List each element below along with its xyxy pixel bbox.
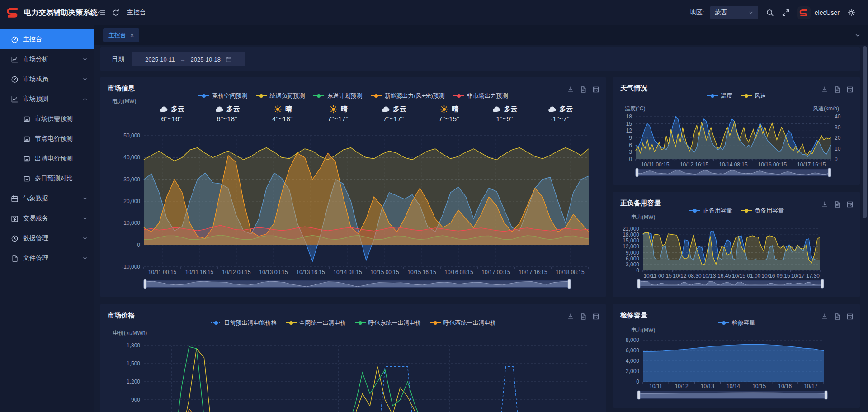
sidebar-item-multi-day-compare[interactable]: 多日预测对比: [0, 169, 94, 189]
cal-icon: [11, 195, 19, 203]
sidebar-item-market-forecast[interactable]: 市场预测: [0, 89, 94, 109]
legend-marker-icon: [707, 94, 718, 98]
legend-marker-icon: [210, 321, 222, 325]
calendar-icon: [226, 56, 232, 62]
file-icon: [11, 255, 19, 262]
legend-marker-icon: [453, 94, 465, 98]
gauge-icon: [11, 76, 19, 83]
line-icon: [11, 95, 19, 103]
svg-text:18,000: 18,000: [623, 232, 639, 238]
tabbar: 主控台 ×: [94, 25, 868, 45]
svg-text:10/15 00:15: 10/15 00:15: [370, 269, 399, 275]
refresh-icon[interactable]: [112, 9, 120, 17]
sidebar-item-label: 市场成员: [23, 75, 78, 83]
svg-text:2,000: 2,000: [626, 368, 639, 374]
legend-item[interactable]: 正备用容量: [689, 207, 732, 215]
search-icon[interactable]: [766, 9, 774, 17]
svg-text:-10,000: -10,000: [122, 264, 140, 270]
legend-item[interactable]: 检修容量: [718, 319, 755, 327]
sidebar-item-market-analysis[interactable]: 市场分析: [0, 49, 94, 69]
svg-text:10/16 08:15: 10/16 08:15: [444, 269, 473, 275]
chevron-down-icon: [82, 57, 88, 62]
legend-marker-icon: [354, 321, 366, 325]
legend-item[interactable]: 呼包东统一出清电价: [354, 319, 421, 327]
user-avatar[interactable]: [797, 6, 811, 19]
chevron-down-icon: [748, 10, 754, 15]
legend-item[interactable]: 新能源出力(风+光)预测: [370, 92, 444, 100]
weather-label: 晴: [341, 105, 348, 114]
svg-text:10/12 08:15: 10/12 08:15: [222, 269, 251, 275]
scrollbar-thumb[interactable]: [863, 46, 867, 218]
svg-text:12,000: 12,000: [623, 243, 639, 250]
tabbar-chevron-down-icon[interactable]: [854, 32, 861, 38]
legend-item[interactable]: 温度: [707, 92, 732, 100]
sidebar-item-data-mgmt[interactable]: 数据管理: [0, 228, 94, 248]
svg-text:30,000: 30,000: [123, 176, 140, 183]
svg-text:10: 10: [835, 146, 841, 152]
cloud-icon: [547, 105, 557, 114]
chart-legend: 日前预出清电能价格全网统一出清电价呼包东统一出清电价呼包西统一出清电价: [100, 319, 606, 327]
tab-close-icon[interactable]: ×: [130, 32, 134, 38]
svg-text:10/14: 10/14: [726, 383, 740, 389]
region-value: 蒙西: [715, 9, 727, 17]
sidebar-item-console[interactable]: 主控台: [0, 29, 94, 49]
weather-temp-range: -1°~7°: [550, 115, 569, 123]
svg-text:6,000: 6,000: [626, 347, 639, 354]
topbar: 电力交易辅助决策系统 主控台 地区: 蒙西 elecUser: [0, 0, 868, 25]
svg-text:10/12 16:15: 10/12 16:15: [680, 161, 709, 168]
legend-marker-icon: [429, 321, 441, 325]
sidebar-item-label: 出清电价预测: [35, 155, 94, 163]
legend-item[interactable]: 竞价空间预测: [198, 92, 247, 100]
svg-text:10/17 17:30: 10/17 17:30: [791, 273, 820, 279]
weather-day: 多云6°~16°: [144, 105, 199, 123]
sidebar-item-market-members[interactable]: 市场成员: [0, 69, 94, 89]
legend-item[interactable]: 全网统一出清电价: [285, 319, 346, 327]
bar-chart-icon: [24, 175, 30, 182]
sidebar-item-trade-service[interactable]: 交易服务: [0, 208, 94, 228]
yen-icon: [11, 215, 19, 223]
legend-item[interactable]: 统调负荷预测: [255, 92, 305, 100]
svg-text:30: 30: [835, 124, 841, 131]
settings-gear-icon[interactable]: [847, 9, 855, 17]
legend-item[interactable]: 呼包西统一出清电价: [429, 319, 496, 327]
legend-item[interactable]: 负备用容量: [741, 207, 784, 215]
panel-maintenance-capacity: 8,0006,0004,0002,000010/1110/1210/1310/1…: [613, 304, 860, 408]
weather-temp-range: 4°~18°: [272, 115, 293, 123]
bar-chart-icon: [24, 136, 30, 142]
date-start-value: 2025-10-11: [145, 56, 175, 63]
chevron-up-icon: [82, 96, 88, 102]
svg-text:10/17 16:15: 10/17 16:15: [797, 161, 826, 168]
tab-console[interactable]: 主控台 ×: [103, 28, 139, 42]
legend-item[interactable]: 非市场出力预测: [453, 92, 508, 100]
sidebar-item-file-mgmt[interactable]: 文件管理: [0, 248, 94, 268]
app: 电力交易辅助决策系统 主控台 地区: 蒙西 elecUser: [0, 0, 868, 412]
svg-text:10/14 08:15: 10/14 08:15: [719, 161, 748, 168]
svg-text:电价(元/MWh): 电价(元/MWh): [113, 330, 147, 336]
svg-text:10/18 08:15: 10/18 08:15: [556, 269, 585, 275]
sidebar-item-supply-demand-forecast[interactable]: 市场供需预测: [0, 109, 94, 129]
legend-marker-icon: [741, 94, 752, 98]
svg-text:15: 15: [626, 121, 632, 127]
sidebar-item-weather-data[interactable]: 气象数据: [0, 189, 94, 208]
svg-text:10/16 09:15: 10/16 09:15: [761, 273, 790, 279]
date-range-input[interactable]: 2025-10-11 → 2025-10-18: [132, 52, 245, 66]
panel-market-price: 1,8001,5001,200900电价(元/MWh) 市场价格 日前预出清电能…: [100, 304, 606, 412]
region-label: 地区:: [690, 9, 704, 17]
svg-text:3: 3: [629, 149, 632, 155]
collapse-menu-icon[interactable]: [98, 9, 106, 17]
legend-item[interactable]: 东送计划预测: [313, 92, 362, 100]
svg-text:10/15 01:00: 10/15 01:00: [732, 273, 761, 279]
sidebar-item-node-price-forecast[interactable]: 节点电价预测: [0, 129, 94, 149]
legend-marker-icon: [255, 94, 267, 98]
legend-marker-icon: [313, 94, 325, 98]
weather-temp-range: 7°~17°: [383, 115, 404, 123]
legend-item[interactable]: 日前预出清电能价格: [210, 319, 277, 327]
region-select[interactable]: 蒙西: [710, 6, 758, 19]
fullscreen-icon[interactable]: [782, 9, 790, 17]
weather-day: 多云1°~9°: [477, 105, 533, 123]
sun-icon: [439, 105, 449, 114]
sidebar-item-clearing-price-forecast[interactable]: 出清电价预测: [0, 149, 94, 169]
weather-label: 多云: [504, 105, 517, 114]
legend-item[interactable]: 风速: [741, 92, 766, 100]
legend-marker-icon: [689, 208, 701, 213]
